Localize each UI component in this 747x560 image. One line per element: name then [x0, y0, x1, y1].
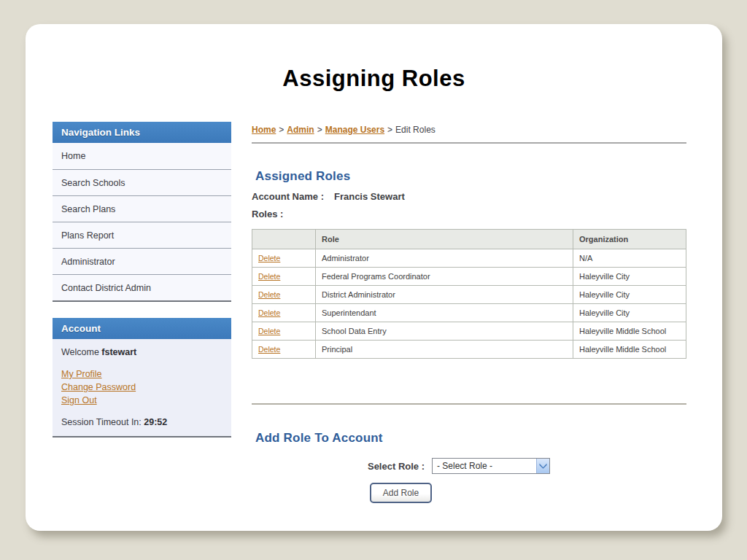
select-role-dropdown[interactable]: - Select Role - [432, 458, 550, 474]
column-header-role: Role [316, 230, 573, 249]
organization-cell: Haleyville City [573, 286, 686, 304]
table-row: DeleteFederal Programs CoordinatorHaleyv… [252, 268, 686, 286]
session-time: 29:52 [144, 417, 167, 427]
breadcrumb-link-home[interactable]: Home [252, 125, 276, 135]
delete-link[interactable]: Delete [258, 345, 280, 354]
breadcrumb-current: Edit Roles [395, 125, 436, 135]
column-header-blank [252, 230, 316, 249]
account-header: Account [53, 318, 231, 339]
table-header-row: Role Organization [252, 230, 686, 249]
role-cell: Administrator [316, 249, 573, 268]
section-divider [252, 403, 686, 405]
role-cell: School Data Entry [316, 322, 573, 341]
welcome-text: Welcome fstewart [61, 347, 222, 357]
account-name-label: Account Name : [252, 191, 324, 202]
delete-link[interactable]: Delete [258, 308, 280, 317]
select-role-label: Select Role : [252, 461, 432, 472]
delete-cell: Delete [252, 304, 316, 322]
delete-cell: Delete [252, 268, 316, 286]
add-role-heading: Add Role To Account [255, 431, 686, 446]
sidebar-item-contact-district-admin[interactable]: Contact District Admin [53, 274, 231, 300]
slide-canvas: Assigning Roles Navigation Links HomeSea… [26, 24, 722, 531]
account-link-change-password[interactable]: Change Password [61, 381, 222, 394]
welcome-prefix: Welcome [61, 347, 101, 357]
breadcrumb-link-manage-users[interactable]: Manage Users [325, 125, 384, 135]
delete-link[interactable]: Delete [258, 272, 280, 281]
page-title: Assigning Roles [26, 66, 722, 92]
account-links: My ProfileChange PasswordSign Out [61, 368, 222, 407]
account-body: Welcome fstewart My ProfileChange Passwo… [53, 339, 231, 436]
assigned-roles-heading: Assigned Roles [255, 169, 686, 184]
add-role-button[interactable]: Add Role [370, 483, 432, 503]
organization-cell: Haleyville City [573, 304, 686, 322]
sidebar-item-administrator[interactable]: Administrator [53, 248, 231, 274]
account-panel: Account Welcome fstewart My ProfileChang… [53, 318, 231, 438]
organization-cell: Haleyville Middle School [573, 341, 686, 359]
sidebar-item-search-schools[interactable]: Search Schools [53, 169, 231, 195]
breadcrumb-separator: > [314, 125, 325, 135]
breadcrumb-divider [252, 142, 686, 144]
navigation-links-header: Navigation Links [53, 122, 231, 143]
table-row: DeleteDistrict AdministratorHaleyville C… [252, 286, 686, 304]
delete-cell: Delete [252, 341, 316, 359]
add-role-button-row: Add Role [252, 483, 550, 503]
role-cell: District Administrator [316, 286, 573, 304]
sidebar-item-home[interactable]: Home [53, 143, 231, 169]
delete-link[interactable]: Delete [258, 290, 280, 299]
username: fstewart [101, 347, 136, 357]
main-content: Home>Admin>Manage Users>Edit Roles Assig… [252, 119, 686, 503]
select-role-value: - Select Role - [437, 461, 492, 471]
sidebar: Navigation Links HomeSearch SchoolsSearc… [53, 122, 231, 438]
organization-cell: Haleyville Middle School [573, 322, 686, 341]
select-role-row: Select Role : - Select Role - [252, 458, 686, 474]
table-row: DeleteSchool Data EntryHaleyville Middle… [252, 322, 686, 341]
session-timeout: Session Timeout In: 29:52 [61, 417, 222, 427]
table-row: DeleteSuperintendantHaleyville City [252, 304, 686, 322]
role-cell: Principal [316, 341, 573, 359]
navigation-list: HomeSearch SchoolsSearch PlansPlans Repo… [53, 143, 231, 302]
assigned-roles-table: Role Organization DeleteAdministratorN/A… [252, 229, 686, 359]
column-header-organization: Organization [573, 230, 686, 249]
breadcrumb-link-admin[interactable]: Admin [287, 125, 314, 135]
breadcrumb: Home>Admin>Manage Users>Edit Roles [252, 119, 686, 135]
chevron-down-icon[interactable] [536, 459, 549, 473]
account-name-line: Account Name :Francis Stewart [252, 191, 686, 202]
roles-label: Roles : [252, 209, 686, 219]
role-cell: Superintendant [316, 304, 573, 322]
sidebar-item-plans-report[interactable]: Plans Report [53, 222, 231, 248]
account-name-value: Francis Stewart [334, 191, 405, 202]
breadcrumb-separator: > [384, 125, 395, 135]
table-row: DeleteAdministratorN/A [252, 249, 686, 268]
delete-cell: Delete [252, 249, 316, 268]
delete-link[interactable]: Delete [258, 327, 280, 335]
account-link-my-profile[interactable]: My Profile [61, 368, 222, 381]
table-row: DeletePrincipalHaleyville Middle School [252, 341, 686, 359]
organization-cell: Haleyville City [573, 268, 686, 286]
role-cell: Federal Programs Coordinator [316, 268, 573, 286]
breadcrumb-separator: > [276, 125, 287, 135]
delete-cell: Delete [252, 286, 316, 304]
session-label: Session Timeout In: [61, 417, 144, 427]
organization-cell: N/A [573, 249, 686, 268]
account-link-sign-out[interactable]: Sign Out [61, 394, 222, 407]
sidebar-item-search-plans[interactable]: Search Plans [53, 195, 231, 222]
delete-cell: Delete [252, 322, 316, 341]
delete-link[interactable]: Delete [258, 254, 280, 262]
